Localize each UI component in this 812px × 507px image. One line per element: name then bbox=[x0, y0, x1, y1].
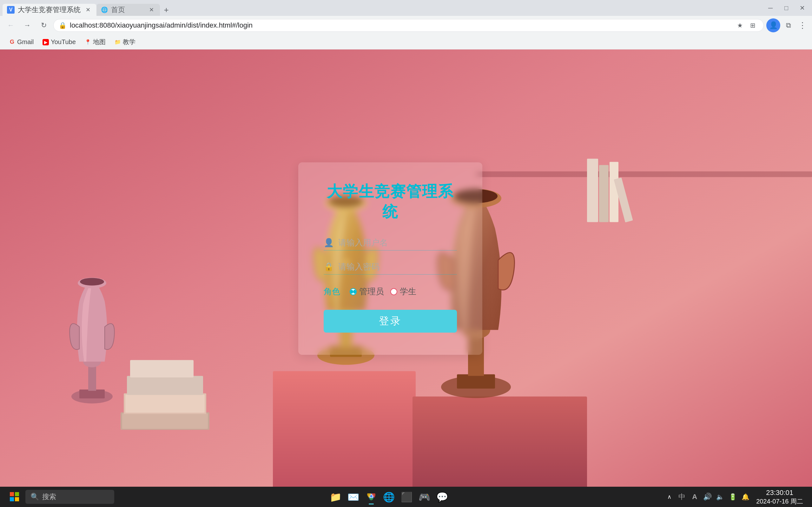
svg-rect-28 bbox=[130, 360, 194, 378]
taskbar-right: ∧ 中 A 🔊 🔈 🔋 🔔 23:30:01 2024-07-16 周二 bbox=[663, 488, 806, 506]
clock-date: 2024-07-16 周二 bbox=[756, 497, 803, 505]
maps-icon: 📍 bbox=[85, 39, 91, 45]
window-controls: ─ □ ✕ bbox=[763, 3, 809, 13]
username-input[interactable] bbox=[338, 238, 457, 248]
bookmark-edu[interactable]: 📁 教学 bbox=[111, 36, 139, 48]
edu-icon: 📁 bbox=[114, 39, 121, 45]
windows-icon bbox=[9, 492, 20, 502]
reload-button[interactable]: ↻ bbox=[37, 18, 51, 32]
menu-icon[interactable]: ⋮ bbox=[797, 20, 808, 31]
browser-frame: V 大学生竞赛管理系统 ✕ 🌐 首页 ✕ + ─ □ ✕ ← → ↻ 🔒 loc… bbox=[0, 0, 812, 507]
svg-rect-12 bbox=[457, 375, 495, 389]
bookmark-maps[interactable]: 📍 地图 bbox=[81, 36, 109, 48]
taskbar-apps: 📁 ✉️ 🌐 bbox=[117, 489, 661, 505]
battery-icon[interactable]: 🔋 bbox=[727, 491, 739, 503]
login-button[interactable]: 登录 bbox=[324, 310, 457, 333]
tab-close-2[interactable]: ✕ bbox=[147, 6, 155, 14]
login-title: 大学生竞赛管理系统 bbox=[324, 181, 457, 222]
profile-icon[interactable]: 👤 bbox=[766, 18, 780, 32]
app-extra2-icon: 💬 bbox=[436, 492, 448, 503]
search-icon: 🔍 bbox=[31, 493, 39, 501]
bookmarks-bar: G Gmail ▶ YouTube 📍 地图 📁 教学 bbox=[0, 35, 812, 50]
address-bar[interactable]: 🔒 localhost:8080/xiaoyuanjingsai/admin/d… bbox=[53, 19, 764, 32]
lock-icon: 🔒 bbox=[59, 21, 67, 29]
radio-admin-btn[interactable] bbox=[350, 288, 357, 295]
radio-student-btn[interactable] bbox=[390, 288, 397, 295]
taskbar-app-extra2[interactable]: 💬 bbox=[434, 489, 451, 505]
role-radio-group: 管理员 学生 bbox=[350, 286, 416, 297]
role-row: 角色 管理员 学生 bbox=[324, 286, 457, 297]
tune-icon[interactable]: ⊞ bbox=[747, 20, 758, 31]
back-button[interactable]: ← bbox=[4, 18, 18, 32]
terminal-icon: ⬛ bbox=[401, 492, 412, 503]
nav-bar: ← → ↻ 🔒 localhost:8080/xiaoyuanjingsai/a… bbox=[0, 16, 812, 35]
taskbar-terminal[interactable]: ⬛ bbox=[399, 489, 415, 505]
start-button[interactable] bbox=[6, 489, 23, 505]
user-icon: 👤 bbox=[324, 238, 334, 248]
svg-rect-29 bbox=[587, 159, 598, 222]
tab-favicon-2: 🌐 bbox=[101, 6, 108, 13]
tab-close-1[interactable]: ✕ bbox=[84, 6, 92, 14]
bookmark-maps-label: 地图 bbox=[93, 38, 106, 46]
lang-eng-icon[interactable]: A bbox=[689, 491, 700, 503]
svg-rect-2 bbox=[273, 371, 416, 487]
chrome-icon bbox=[366, 491, 377, 503]
tray-arrow-icon[interactable]: ∧ bbox=[663, 491, 675, 503]
extensions-icon[interactable]: ⧉ bbox=[783, 20, 794, 31]
svg-rect-33 bbox=[10, 492, 14, 496]
tab-active[interactable]: V 大学生竞赛管理系统 ✕ bbox=[3, 4, 96, 16]
edge-icon: 🌐 bbox=[383, 492, 395, 503]
network-icon[interactable]: 🔊 bbox=[702, 491, 713, 503]
taskbar: 🔍 搜索 📁 ✉️ bbox=[0, 487, 812, 507]
svg-rect-30 bbox=[599, 165, 609, 222]
svg-point-39 bbox=[370, 495, 372, 498]
taskbar-search-label: 搜索 bbox=[42, 492, 56, 502]
taskbar-mail[interactable]: ✉️ bbox=[345, 489, 362, 505]
taskbar-edge[interactable]: 🌐 bbox=[381, 489, 397, 505]
tab-title-2: 首页 bbox=[111, 5, 144, 14]
bookmark-gmail[interactable]: G Gmail bbox=[5, 37, 38, 48]
bookmark-star-icon[interactable]: ★ bbox=[734, 20, 746, 31]
taskbar-clock[interactable]: 23:30:01 2024-07-16 周二 bbox=[754, 488, 806, 506]
tab-favicon-1: V bbox=[7, 6, 15, 14]
svg-rect-34 bbox=[15, 492, 19, 496]
lang-icon[interactable]: 中 bbox=[676, 491, 688, 503]
tab-bar: V 大学生竞赛管理系统 ✕ 🌐 首页 ✕ + bbox=[3, 0, 763, 16]
username-group: 👤 bbox=[324, 238, 457, 250]
password-input[interactable] bbox=[338, 262, 457, 272]
page-background: ★ bbox=[0, 50, 812, 487]
notification-icon[interactable]: 🔔 bbox=[740, 491, 751, 503]
bookmark-youtube-label: YouTube bbox=[51, 38, 76, 46]
radio-admin[interactable]: 管理员 bbox=[350, 286, 384, 297]
gmail-icon: G bbox=[9, 39, 15, 45]
app-extra-icon: 🎮 bbox=[418, 492, 430, 503]
volume-icon[interactable]: 🔈 bbox=[714, 491, 726, 503]
maximize-button[interactable]: □ bbox=[779, 3, 794, 13]
minimize-button[interactable]: ─ bbox=[763, 3, 778, 13]
forward-button[interactable]: → bbox=[20, 18, 34, 32]
taskbar-file-explorer[interactable]: 📁 bbox=[327, 489, 344, 505]
bookmark-youtube[interactable]: ▶ YouTube bbox=[39, 37, 80, 48]
taskbar-chrome[interactable] bbox=[363, 489, 379, 505]
close-button[interactable]: ✕ bbox=[795, 3, 809, 13]
tab-inactive[interactable]: 🌐 首页 ✕ bbox=[96, 4, 160, 16]
password-group: 🔒 bbox=[324, 262, 457, 275]
svg-point-22 bbox=[80, 278, 104, 286]
svg-rect-26 bbox=[125, 395, 205, 413]
taskbar-search-bar[interactable]: 🔍 搜索 bbox=[26, 490, 114, 504]
address-text: localhost:8080/xiaoyuanjingsai/admin/dis… bbox=[70, 21, 731, 30]
svg-rect-24 bbox=[122, 413, 208, 429]
login-card: 大学生竞赛管理系统 👤 🔒 角色 bbox=[298, 162, 482, 355]
svg-rect-35 bbox=[10, 497, 14, 501]
lock-field-icon: 🔒 bbox=[324, 262, 334, 272]
radio-student[interactable]: 学生 bbox=[390, 286, 416, 297]
role-label: 角色 bbox=[324, 286, 340, 297]
svg-rect-31 bbox=[610, 162, 618, 222]
title-bar: V 大学生竞赛管理系统 ✕ 🌐 首页 ✕ + ─ □ ✕ bbox=[0, 0, 812, 16]
file-explorer-icon: 📁 bbox=[330, 492, 342, 503]
youtube-icon: ▶ bbox=[43, 39, 49, 45]
mail-icon: ✉️ bbox=[348, 492, 359, 503]
taskbar-app-extra[interactable]: 🎮 bbox=[416, 489, 433, 505]
radio-admin-label: 管理员 bbox=[359, 286, 384, 297]
new-tab-button[interactable]: + bbox=[160, 4, 172, 16]
